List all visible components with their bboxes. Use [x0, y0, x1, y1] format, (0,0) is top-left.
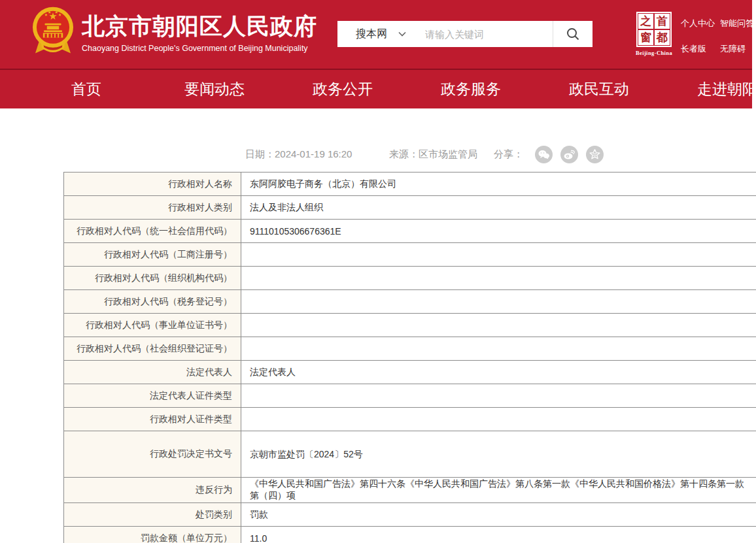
table-row: 行政相对人证件类型	[64, 408, 756, 431]
search-scope-dropdown[interactable]: 搜本网	[337, 27, 407, 41]
row-value: 11.0	[241, 527, 756, 543]
table-row: 行政相对人代码（税务登记号）	[64, 290, 756, 314]
row-value: 《中华人民共和国广告法》第四十六条《中华人民共和国广告法》第八条第一款《中华人民…	[241, 478, 756, 503]
weibo-icon[interactable]	[560, 146, 578, 163]
site-brand-link[interactable]: 北京市朝阳区人民政府 Chaoyang District People's Go…	[31, 5, 317, 64]
site-header: 北京市朝阳区人民政府 Chaoyang District People's Go…	[0, 0, 752, 69]
row-value	[241, 408, 756, 431]
row-value: 京朝市监处罚〔2024〕52号	[241, 431, 756, 478]
article-meta: 日期：2024-01-19 16:20 来源：区市场监管局 分享：	[245, 145, 756, 163]
table-row: 行政相对人代码（事业单位证书号）	[64, 314, 756, 337]
table-row: 违反行为 《中华人民共和国广告法》第四十六条《中华人民共和国广告法》第八条第一款…	[64, 478, 756, 503]
row-value: 东阿阿胶电子商务（北京）有限公司	[241, 173, 756, 196]
nav-item[interactable]: 要闻动态	[150, 70, 279, 108]
row-value: 法定代表人	[241, 361, 756, 384]
nav-item[interactable]: 政民互动	[535, 70, 663, 108]
row-value	[241, 384, 756, 408]
share-label: 分享：	[494, 148, 523, 161]
nav-item[interactable]: 政务服务	[407, 70, 535, 108]
row-label: 行政处罚决定书文号	[64, 431, 241, 478]
table-row: 罚款金额（单位万元） 11.0	[64, 527, 756, 543]
nav-inner: 首页 要闻动态 政务公开 政务服务 政民互动 走进朝阳	[22, 70, 752, 108]
row-label: 行政相对人名称	[64, 173, 241, 196]
site-title: 北京市朝阳区人民政府	[82, 14, 317, 39]
row-label: 行政相对人类别	[64, 196, 241, 220]
row-value: 罚款	[241, 503, 756, 527]
row-value: 91110105306676361E	[241, 220, 756, 243]
magnifier-icon	[565, 26, 581, 42]
row-label: 行政相对人代码（工商注册号）	[64, 243, 241, 267]
brand-text: 北京市朝阳区人民政府 Chaoyang District People's Go…	[82, 5, 317, 53]
row-value: 法人及非法人组织	[241, 196, 756, 220]
nav-item[interactable]: 走进朝阳	[663, 70, 752, 108]
share-icons	[535, 146, 604, 163]
table-row: 法定代表人证件类型	[64, 384, 756, 408]
table-row: 行政相对人代码（工商注册号）	[64, 243, 756, 267]
row-label: 法定代表人	[64, 361, 241, 384]
table-row: 处罚类别 罚款	[64, 503, 756, 527]
chevron-down-icon	[398, 31, 407, 37]
table-row: 行政处罚决定书文号 京朝市监处罚〔2024〕52号	[64, 431, 756, 478]
table-row: 行政相对人代码（社会组织登记证号）	[64, 337, 756, 361]
search-input[interactable]	[424, 28, 553, 41]
main-navbar: 首页 要闻动态 政务公开 政务服务 政民互动 走进朝阳	[0, 69, 752, 108]
table-row: 行政相对人代码（组织机构代码）	[64, 267, 756, 290]
penalty-table-wrap: 行政相对人名称 东阿阿胶电子商务（北京）有限公司 行政相对人类别 法人及非法人组…	[63, 172, 756, 543]
national-emblem-icon	[31, 5, 75, 64]
row-label: 处罚类别	[64, 503, 241, 527]
row-label: 行政相对人代码（税务登记号）	[64, 290, 241, 314]
portal-logo-char: 首	[655, 14, 670, 29]
search-box: 搜本网	[337, 21, 593, 47]
quick-link[interactable]: 无障碍	[720, 43, 754, 55]
article-date: 日期：2024-01-19 16:20	[245, 148, 389, 161]
row-label: 罚款金额（单位万元）	[64, 527, 241, 543]
quick-link[interactable]: 智能问答	[720, 18, 754, 29]
quick-link[interactable]: 个人中心	[681, 18, 719, 29]
row-value	[241, 314, 756, 337]
portal-logo-char: 之	[638, 14, 653, 29]
row-value	[241, 290, 756, 314]
portal-logo-grid: 之 首 窗 都	[636, 12, 672, 47]
portal-logo-caption: Beijing-China	[635, 50, 673, 56]
penalty-table: 行政相对人名称 东阿阿胶电子商务（北京）有限公司 行政相对人类别 法人及非法人组…	[63, 172, 756, 543]
site-subtitle: Chaoyang District People's Government of…	[82, 44, 317, 53]
search-button[interactable]	[553, 21, 593, 47]
wechat-icon[interactable]	[535, 146, 553, 163]
search-scope-label: 搜本网	[356, 27, 387, 41]
table-row: 行政相对人名称 东阿阿胶电子商务（北京）有限公司	[64, 173, 756, 196]
nav-item[interactable]: 政务公开	[279, 70, 407, 108]
row-label: 违反行为	[64, 478, 241, 503]
row-label: 行政相对人代码（事业单位证书号）	[64, 314, 241, 337]
row-value	[241, 243, 756, 267]
row-value	[241, 337, 756, 361]
table-row: 行政相对人代码（统一社会信用代码） 91110105306676361E	[64, 220, 756, 243]
article-source: 来源：区市场监管局	[389, 148, 494, 161]
table-row: 法定代表人 法定代表人	[64, 361, 756, 384]
row-value	[241, 267, 756, 290]
row-label: 行政相对人代码（社会组织登记证号）	[64, 337, 241, 361]
row-label: 行政相对人代码（统一社会信用代码）	[64, 220, 241, 243]
row-label: 行政相对人代码（组织机构代码）	[64, 267, 241, 290]
portal-logo-char: 窗	[638, 30, 653, 45]
quick-link[interactable]: 长者版	[681, 43, 719, 55]
nav-item[interactable]: 首页	[22, 70, 150, 108]
table-row: 行政相对人类别 法人及非法人组织	[64, 196, 756, 220]
portal-logo-char: 都	[655, 30, 670, 45]
row-label: 行政相对人证件类型	[64, 408, 241, 431]
portal-logo-shoudu-zhichuang[interactable]: 之 首 窗 都 Beijing-China	[635, 12, 673, 56]
star-icon[interactable]	[586, 146, 604, 163]
header-quick-links: 个人中心 智能问答 长者版 无障碍	[681, 18, 754, 55]
row-label: 法定代表人证件类型	[64, 384, 241, 408]
